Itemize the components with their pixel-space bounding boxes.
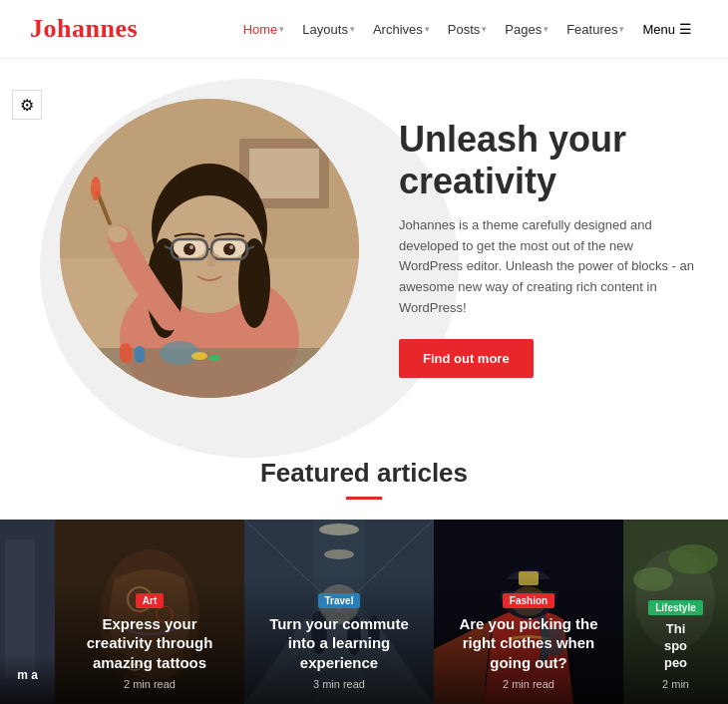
cards-carousel: m a [0,520,728,704]
card-tag: Art [136,593,164,608]
svg-point-20 [189,245,193,249]
hamburger-menu[interactable]: Menu ☰ [636,17,698,41]
card-tag: Fashion [503,593,554,608]
card-read-time: 2 min read [69,678,230,690]
nav-item-layouts[interactable]: Layouts ▾ [296,18,361,41]
navigation: Home ▾ Layouts ▾ Archives ▾ Posts ▾ Page… [237,17,698,41]
svg-point-67 [668,544,718,574]
nav-item-posts[interactable]: Posts ▾ [442,18,494,41]
featured-articles-section: Featured articles m a [0,428,728,704]
chevron-down-icon: ▾ [350,24,355,34]
card-overlay: m a [0,654,55,704]
svg-point-22 [108,226,128,242]
card-partial-left[interactable]: m a [0,520,55,704]
nav-item-features[interactable]: Features ▾ [560,18,630,41]
card-title: Thispopeo [637,621,714,672]
card-partial-right[interactable]: Lifestyle Thispopeo 2 min [623,520,728,704]
nav-item-pages[interactable]: Pages ▾ [499,18,554,41]
chevron-down-icon: ▾ [619,24,624,34]
card-read-time: 2 min [637,678,714,690]
card-read-time: 2 min read [448,678,609,690]
card-tattoos[interactable]: Art Express your creativity through amaz… [55,520,244,704]
card-overlay: Art Express your creativity through amaz… [55,576,244,705]
card-read-time: 3 min read [258,678,420,690]
svg-point-49 [324,549,354,559]
hero-section: Unleash your creativity Johannes is a th… [0,59,728,428]
svg-rect-26 [120,343,132,363]
nav-item-home[interactable]: Home ▾ [237,18,291,41]
card-title: Turn your commute into a learning experi… [258,614,420,673]
hero-image [60,99,359,398]
svg-point-19 [223,243,235,255]
nav-item-archives[interactable]: Archives ▾ [367,18,436,41]
logo[interactable]: Johannes [30,14,138,44]
svg-point-29 [191,352,207,360]
card-overlay: Travel Turn your commute into a learning… [244,576,434,705]
svg-point-30 [208,355,220,361]
hero-woman-photo [60,99,359,398]
card-overlay: Fashion Are you picking the right clothe… [434,576,623,705]
featured-title: Featured articles [0,458,728,489]
settings-icon[interactable]: ⚙ [12,90,42,120]
svg-point-48 [319,524,359,535]
svg-point-28 [160,341,199,365]
card-tag: Travel [318,593,361,608]
card-overlay: Lifestyle Thispopeo 2 min [623,583,728,704]
chevron-down-icon: ▾ [482,24,487,34]
svg-rect-25 [60,348,359,398]
chevron-down-icon: ▾ [544,24,548,34]
hero-cta-button[interactable]: Find out more [399,339,534,378]
card-tag: Lifestyle [648,600,703,615]
card-title: Express your creativity through amazing … [69,614,230,673]
svg-rect-3 [249,149,319,198]
card-title: m a [14,668,41,684]
chevron-down-icon: ▾ [425,24,430,34]
featured-divider [346,497,382,500]
chevron-down-icon: ▾ [279,24,284,34]
card-fashion[interactable]: Fashion Are you picking the right clothe… [434,520,623,704]
header: Johannes Home ▾ Layouts ▾ Archives ▾ Pos… [0,0,728,59]
hero-title: Unleash your creativity [399,119,698,201]
card-title: Are you picking the right clothes when g… [448,614,609,673]
hero-description: Johannes is a theme carefully designed a… [399,215,698,319]
card-commute[interactable]: Travel Turn your commute into a learning… [244,520,434,704]
svg-rect-27 [135,346,145,363]
svg-point-21 [229,245,233,249]
hero-text-block: Unleash your creativity Johannes is a th… [399,119,698,378]
svg-point-18 [183,243,195,255]
gear-icon: ⚙ [20,96,34,115]
svg-point-24 [91,176,101,200]
hamburger-icon: ☰ [679,21,692,37]
